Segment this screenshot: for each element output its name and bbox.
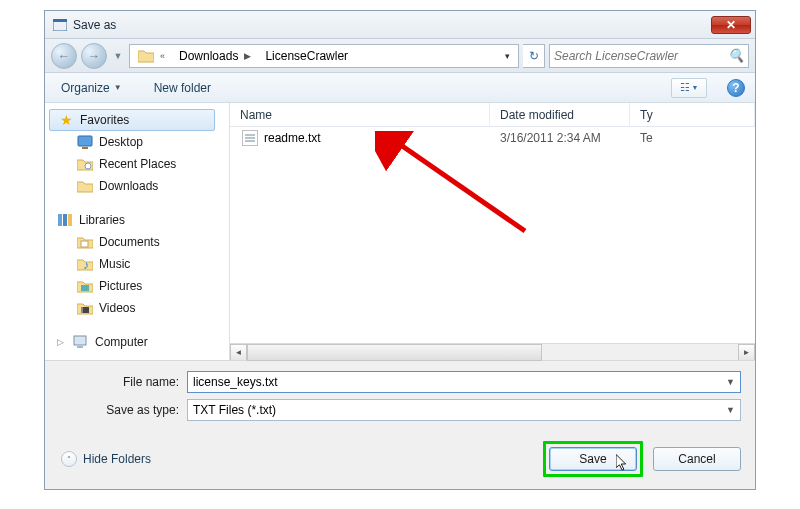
close-icon: ✕ bbox=[726, 18, 736, 32]
svg-rect-10 bbox=[81, 285, 89, 291]
save-as-dialog: Save as ✕ ← → ▼ « Downloads ▶ Li bbox=[44, 10, 756, 490]
save-button[interactable]: Save bbox=[549, 447, 637, 471]
sidebar-computer[interactable]: ▷ Computer bbox=[49, 331, 229, 353]
breadcrumb-root[interactable]: « bbox=[132, 45, 173, 67]
breadcrumb[interactable]: « Downloads ▶ LicenseCrawler ▾ bbox=[129, 44, 519, 68]
file-type: Te bbox=[640, 131, 653, 145]
address-bar: ← → ▼ « Downloads ▶ LicenseCrawler ▾ ↻ bbox=[45, 39, 755, 73]
file-row[interactable]: readme.txt 3/16/2011 2:34 AM Te bbox=[230, 127, 755, 149]
svg-rect-5 bbox=[58, 214, 62, 226]
breadcrumb-dropdown[interactable]: ▾ bbox=[498, 51, 516, 61]
column-header-date[interactable]: Date modified bbox=[490, 103, 630, 126]
svg-rect-6 bbox=[63, 214, 67, 226]
svg-point-4 bbox=[85, 163, 91, 169]
arrow-right-icon: → bbox=[88, 49, 100, 63]
sidebar-item-music[interactable]: ♪ Music bbox=[49, 253, 229, 275]
hide-folders-button[interactable]: ˄ Hide Folders bbox=[61, 451, 151, 467]
nav-history-dropdown[interactable]: ▼ bbox=[111, 51, 125, 61]
scroll-track[interactable] bbox=[247, 344, 738, 361]
file-date: 3/16/2011 2:34 AM bbox=[500, 131, 640, 145]
filename-input[interactable] bbox=[193, 375, 726, 389]
sidebar-item-desktop[interactable]: Desktop bbox=[49, 131, 229, 153]
filename-label: File name: bbox=[59, 375, 179, 389]
title-bar: Save as ✕ bbox=[45, 11, 755, 39]
svg-rect-3 bbox=[82, 147, 88, 149]
documents-icon bbox=[77, 234, 93, 250]
libraries-icon bbox=[57, 212, 73, 228]
svg-rect-8 bbox=[81, 241, 88, 247]
chevron-down-icon: ▼ bbox=[692, 84, 699, 91]
pictures-icon bbox=[77, 278, 93, 294]
folder-icon bbox=[138, 48, 154, 64]
savetype-value: TXT Files (*.txt) bbox=[193, 403, 726, 417]
refresh-icon: ↻ bbox=[529, 49, 539, 63]
computer-icon bbox=[73, 334, 89, 350]
chevron-down-icon: ▼ bbox=[114, 83, 122, 92]
filename-combobox[interactable]: ▼ bbox=[187, 371, 741, 393]
arrow-left-icon: ← bbox=[58, 49, 70, 63]
sidebar-libraries[interactable]: Libraries bbox=[49, 209, 229, 231]
downloads-icon bbox=[77, 178, 93, 194]
column-header-name[interactable]: Name bbox=[230, 103, 490, 126]
breadcrumb-downloads[interactable]: Downloads ▶ bbox=[173, 45, 259, 67]
sidebar-item-recent-places[interactable]: Recent Places bbox=[49, 153, 229, 175]
organize-button[interactable]: Organize ▼ bbox=[55, 78, 128, 98]
refresh-button[interactable]: ↻ bbox=[523, 44, 545, 68]
body: ★ Favorites Desktop Recent Places Downl bbox=[45, 103, 755, 360]
sidebar-favorites[interactable]: ★ Favorites bbox=[49, 109, 215, 131]
star-icon: ★ bbox=[58, 112, 74, 128]
videos-icon bbox=[77, 300, 93, 316]
horizontal-scrollbar[interactable]: ◄ ► bbox=[230, 343, 755, 360]
breadcrumb-licensecrawler[interactable]: LicenseCrawler bbox=[259, 45, 354, 67]
svg-rect-7 bbox=[68, 214, 72, 226]
chevron-right-icon: ▶ bbox=[242, 51, 253, 61]
annotation-highlight: Save bbox=[543, 441, 643, 477]
file-list-pane: Name Date modified Ty readme.txt 3/16/20… bbox=[230, 103, 755, 360]
music-icon: ♪ bbox=[77, 256, 93, 272]
recent-places-icon bbox=[77, 156, 93, 172]
sidebar-item-videos[interactable]: Videos bbox=[49, 297, 229, 319]
column-headers: Name Date modified Ty bbox=[230, 103, 755, 127]
savetype-row: Save as type: TXT Files (*.txt) ▼ bbox=[59, 399, 741, 421]
sidebar-item-pictures[interactable]: Pictures bbox=[49, 275, 229, 297]
svg-rect-2 bbox=[78, 136, 92, 146]
toolbar: Organize ▼ New folder ☷ ▼ ? bbox=[45, 73, 755, 103]
chevron-down-icon[interactable]: ▼ bbox=[726, 377, 735, 387]
desktop-icon bbox=[77, 134, 93, 150]
chevron-up-icon: ˄ bbox=[61, 451, 77, 467]
forward-button[interactable]: → bbox=[81, 43, 107, 69]
sidebar-item-downloads[interactable]: Downloads bbox=[49, 175, 229, 197]
search-box[interactable]: 🔍 bbox=[549, 44, 749, 68]
filename-row: File name: ▼ bbox=[59, 371, 741, 393]
save-form: File name: ▼ Save as type: TXT Files (*.… bbox=[45, 360, 755, 489]
view-icon: ☷ bbox=[680, 81, 690, 94]
svg-rect-1 bbox=[53, 19, 67, 22]
search-input[interactable] bbox=[554, 49, 728, 63]
cancel-button[interactable]: Cancel bbox=[653, 447, 741, 471]
svg-rect-13 bbox=[74, 336, 86, 345]
scroll-left-button[interactable]: ◄ bbox=[230, 344, 247, 361]
scroll-right-button[interactable]: ► bbox=[738, 344, 755, 361]
scroll-thumb[interactable] bbox=[247, 344, 542, 361]
svg-text:♪: ♪ bbox=[83, 258, 89, 271]
expand-icon[interactable]: ▷ bbox=[57, 337, 67, 347]
chevron-right-icon: « bbox=[158, 51, 167, 61]
back-button[interactable]: ← bbox=[51, 43, 77, 69]
column-header-type[interactable]: Ty bbox=[630, 103, 755, 126]
chevron-down-icon[interactable]: ▼ bbox=[726, 405, 735, 415]
svg-rect-12 bbox=[81, 307, 83, 313]
action-row: ˄ Hide Folders Save Cancel bbox=[59, 441, 741, 477]
search-icon: 🔍 bbox=[728, 48, 744, 63]
window-title: Save as bbox=[73, 18, 116, 32]
view-options-button[interactable]: ☷ ▼ bbox=[671, 78, 707, 98]
savetype-combobox[interactable]: TXT Files (*.txt) ▼ bbox=[187, 399, 741, 421]
file-name: readme.txt bbox=[264, 131, 500, 145]
text-file-icon bbox=[242, 130, 258, 146]
svg-rect-14 bbox=[77, 346, 83, 348]
close-button[interactable]: ✕ bbox=[711, 16, 751, 34]
help-button[interactable]: ? bbox=[727, 79, 745, 97]
navigation-pane[interactable]: ★ Favorites Desktop Recent Places Downl bbox=[45, 103, 230, 360]
help-icon: ? bbox=[732, 81, 739, 95]
sidebar-item-documents[interactable]: Documents bbox=[49, 231, 229, 253]
new-folder-button[interactable]: New folder bbox=[148, 78, 217, 98]
